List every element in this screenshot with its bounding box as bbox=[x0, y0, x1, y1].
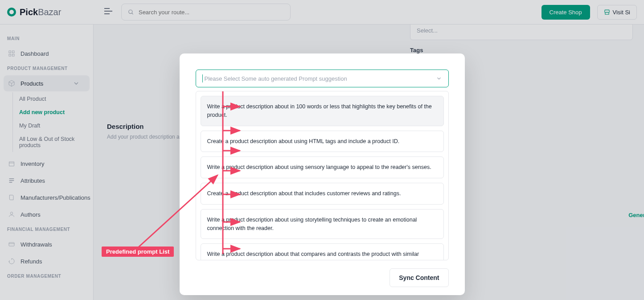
chevron-down-icon bbox=[436, 75, 442, 82]
sync-content-button[interactable]: Sync Content bbox=[390, 268, 448, 287]
text-cursor bbox=[202, 74, 203, 82]
prompt-modal: Please Select Some auto generated Prompt… bbox=[180, 53, 465, 295]
prompt-option[interactable]: Write a product description about that c… bbox=[201, 243, 444, 260]
prompt-option[interactable]: Write a product description about using … bbox=[201, 209, 444, 239]
prompt-option[interactable]: Create a product description about that … bbox=[201, 183, 444, 205]
prompt-option[interactable]: Write a product description about in 100… bbox=[201, 96, 444, 126]
prompt-option[interactable]: Create a product description about using… bbox=[201, 131, 444, 152]
prompt-select-placeholder: Please Select Some auto generated Prompt… bbox=[205, 75, 347, 82]
prompt-dropdown[interactable]: Write a product description about in 100… bbox=[196, 91, 449, 260]
annotation-label: Predefined prompt List bbox=[102, 247, 174, 257]
prompt-option[interactable]: Write a product description about using … bbox=[201, 156, 444, 178]
prompt-select-input[interactable]: Please Select Some auto generated Prompt… bbox=[196, 70, 449, 87]
